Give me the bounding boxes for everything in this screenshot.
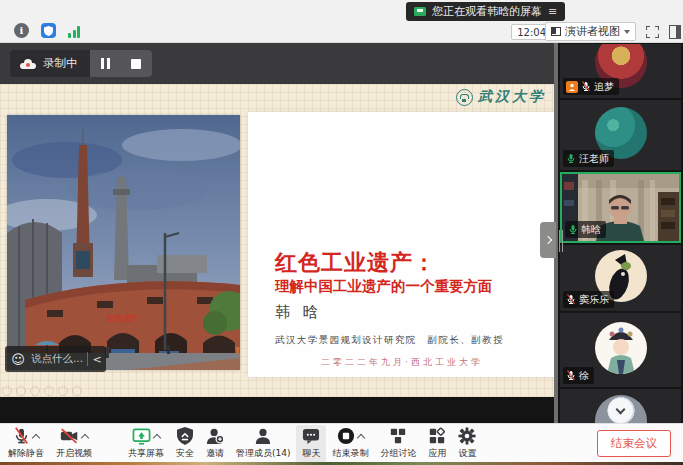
layout-icon <box>551 27 561 36</box>
share-screen-icon <box>132 428 151 445</box>
slide-text-panel: 红色工业遗产： 理解中国工业遗产的一个重要方面 韩 晗 武汉大学景园规划设计研究… <box>248 112 556 377</box>
slide-affiliation: 武汉大学景园规划设计研究院 副院长、副教授 <box>275 334 504 347</box>
university-emblem-icon <box>456 89 473 106</box>
gear-icon <box>458 427 476 445</box>
slide-photo-industrial-site: 红色遗产 <box>7 115 240 370</box>
fullscreen-icon[interactable] <box>646 26 659 38</box>
unmute-button[interactable]: 解除静音 <box>2 425 50 462</box>
presenter-controls[interactable] <box>2 386 82 396</box>
hand-raised-icon <box>566 81 578 93</box>
participant-tile[interactable]: 窦乐乐 <box>560 245 681 311</box>
participant-name: 追梦 <box>594 80 614 94</box>
slide-dateline: 二零二二年九月·西北工业大学 <box>248 356 556 369</box>
slide-author: 韩 晗 <box>275 303 322 322</box>
participants-sidebar: 追梦 汪老师 <box>558 43 683 423</box>
meeting-window: i 12:04 演讲者视图 您正在观看韩晗的屏幕 ≡ 录制中 <box>0 0 683 465</box>
view-mode-dropdown[interactable]: 演讲者视图 <box>545 22 636 41</box>
participant-tile[interactable]: 追梦 <box>560 44 681 98</box>
avatar <box>595 322 647 374</box>
security-shield-icon <box>177 427 193 445</box>
sidebar-drag-handle[interactable] <box>559 230 563 252</box>
mic-muted-icon <box>566 294 576 305</box>
mic-muted-icon <box>13 427 30 445</box>
stop-record-button[interactable]: 结束录制 <box>326 425 374 462</box>
participant-name: 窦乐乐 <box>579 293 609 307</box>
notification-text: 您正在观看韩晗的屏幕 <box>432 4 542 19</box>
chat-button[interactable]: 聊天 <box>296 425 326 462</box>
chat-bubble-icon <box>302 428 320 445</box>
end-meeting-button[interactable]: 结束会议 <box>597 430 671 457</box>
mic-active-icon <box>568 224 578 235</box>
top-bar: i 12:04 演讲者视图 <box>0 0 683 43</box>
notification-menu-icon[interactable]: ≡ <box>548 5 557 18</box>
meeting-toolbar: 解除静音 开启视频 共享屏幕 安全 邀请 <box>0 423 683 462</box>
breakout-icon <box>389 427 407 445</box>
slide-subtitle: 理解中国工业遗产的一个重要方面 <box>275 277 493 296</box>
screen-share-icon <box>414 7 426 16</box>
mic-options-caret[interactable] <box>32 433 40 441</box>
recording-strip: 录制中 <box>0 43 558 84</box>
sidebar-expand-tab[interactable] <box>540 222 556 258</box>
participant-tile-active-speaker[interactable]: 韩晗 <box>560 172 681 243</box>
apps-button[interactable]: 应用 <box>422 425 452 462</box>
recording-status-label: 录制中 <box>43 56 78 71</box>
recording-indicator: 录制中 <box>10 50 90 77</box>
emoji-icon[interactable]: ☺ <box>5 352 31 367</box>
shared-screen-canvas: 武汉大学 <box>0 84 558 397</box>
university-logo: 武汉大学 <box>456 88 546 106</box>
camera-off-icon <box>60 428 79 444</box>
stop-record-icon <box>337 427 355 445</box>
chevron-down-icon <box>624 30 630 34</box>
stop-recording-button[interactable] <box>121 50 152 77</box>
slide-title: 红色工业遗产： <box>275 248 436 278</box>
participant-tile[interactable]: 汪老师 <box>560 100 681 170</box>
university-name: 武汉大学 <box>478 88 546 106</box>
start-video-button[interactable]: 开启视频 <box>50 425 98 462</box>
invite-person-icon <box>206 427 224 445</box>
participant-name: 韩晗 <box>581 223 601 237</box>
participant-name: 徐 <box>579 369 589 383</box>
manage-members-button[interactable]: 管理成员(14) <box>230 425 296 462</box>
mic-muted-icon <box>581 81 591 92</box>
mic-muted-icon <box>566 370 576 381</box>
members-icon <box>254 427 272 445</box>
security-shield-icon[interactable] <box>41 23 56 38</box>
record-options-caret[interactable] <box>357 433 365 441</box>
chat-input-placeholder[interactable]: 说点什么... <box>31 352 87 366</box>
meeting-info-icon[interactable]: i <box>14 23 29 38</box>
breakout-rooms-button[interactable]: 分组讨论 <box>374 425 422 462</box>
security-button[interactable]: 安全 <box>170 425 200 462</box>
participant-tile[interactable]: 徐 <box>560 313 681 387</box>
collapse-chat-icon[interactable]: < <box>88 353 106 366</box>
share-screen-button[interactable]: 共享屏幕 <box>122 425 170 462</box>
screen-watch-notification[interactable]: 您正在观看韩晗的屏幕 ≡ <box>406 2 565 21</box>
view-mode-label: 演讲者视图 <box>565 24 620 39</box>
network-signal-icon <box>68 26 80 38</box>
svg-text:红色遗产: 红色遗产 <box>106 314 139 323</box>
sidebar-toggle-icon[interactable] <box>669 25 681 39</box>
scroll-participants-down-button[interactable] <box>608 398 633 423</box>
apps-icon <box>428 427 446 445</box>
pause-recording-button[interactable] <box>90 50 121 77</box>
quick-chat-bar[interactable]: ☺ 说点什么... < <box>5 346 106 372</box>
invite-button[interactable]: 邀请 <box>200 425 230 462</box>
mic-active-icon <box>566 153 576 164</box>
cloud-record-icon <box>20 59 36 69</box>
participant-name: 汪老师 <box>579 152 609 166</box>
share-options-caret[interactable] <box>153 433 161 441</box>
share-area-letterbox <box>0 397 558 423</box>
settings-button[interactable]: 设置 <box>452 425 482 462</box>
video-options-caret[interactable] <box>81 433 89 441</box>
